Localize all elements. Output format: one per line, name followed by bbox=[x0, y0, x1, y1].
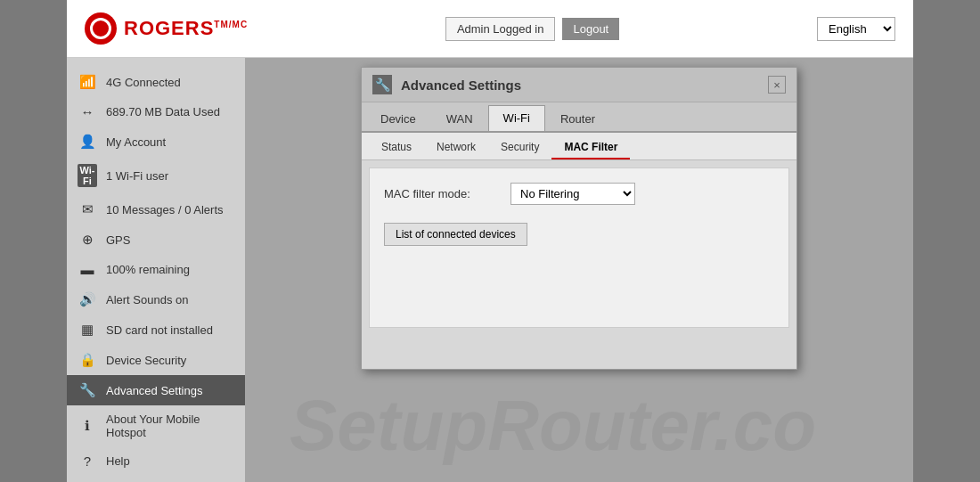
modal-header: 🔧 Advanced Settings × bbox=[362, 68, 796, 102]
sidebar-item-sd-card[interactable]: ▦ SD card not installed bbox=[67, 315, 245, 345]
sidebar-label-messages: 10 Messages / 0 Alerts bbox=[106, 203, 224, 216]
account-icon: 👤 bbox=[78, 134, 97, 150]
info-icon: ℹ bbox=[78, 418, 97, 434]
sidebar-item-advanced-settings[interactable]: 🔧 Advanced Settings bbox=[67, 375, 245, 405]
tab-security[interactable]: Security bbox=[488, 136, 551, 159]
sidebar-item-about[interactable]: ℹ About Your Mobile Hotspot bbox=[67, 405, 245, 446]
logo-icon bbox=[85, 12, 117, 45]
sidebar-item-messages[interactable]: ✉ 10 Messages / 0 Alerts bbox=[67, 194, 245, 225]
sidebar-item-help[interactable]: ? Help bbox=[67, 446, 245, 476]
modal-body: MAC filter mode: No Filtering Whitelist … bbox=[369, 167, 789, 328]
mac-filter-select[interactable]: No Filtering Whitelist Blacklist bbox=[510, 183, 635, 205]
tab-router[interactable]: Router bbox=[545, 106, 610, 131]
body-layout: 📶 4G Connected ↔ 689.70 MB Data Used 👤 M… bbox=[67, 58, 913, 482]
sidebar-item-data-used[interactable]: ↔ 689.70 MB Data Used bbox=[67, 97, 245, 127]
advanced-settings-modal: 🔧 Advanced Settings × Device WAN Wi-Fi R… bbox=[361, 67, 797, 370]
tab-device[interactable]: Device bbox=[365, 106, 431, 131]
header: ROGERSTM/MC Admin Logged in Logout Engli… bbox=[67, 0, 913, 58]
tab-mac-filter[interactable]: MAC Filter bbox=[551, 136, 630, 159]
sidebar-label-device-security: Device Security bbox=[106, 354, 186, 367]
sidebar-label-about: About Your Mobile Hotspot bbox=[106, 413, 234, 439]
sidebar: 📶 4G Connected ↔ 689.70 MB Data Used 👤 M… bbox=[67, 58, 245, 482]
sidebar-item-alert-sounds[interactable]: 🔊 Alert Sounds on bbox=[67, 284, 245, 315]
modal-overlay: 🔧 Advanced Settings × Device WAN Wi-Fi R… bbox=[245, 58, 913, 482]
battery-icon: ▬ bbox=[78, 262, 97, 277]
sidebar-label-battery: 100% remaining bbox=[106, 263, 190, 276]
admin-status: Admin Logged in bbox=[445, 17, 556, 41]
language-select[interactable]: English Français bbox=[817, 17, 895, 41]
data-icon: ↔ bbox=[78, 104, 97, 119]
sidebar-label-alert-sounds: Alert Sounds on bbox=[106, 293, 189, 306]
logout-button[interactable]: Logout bbox=[562, 18, 619, 40]
signal-icon: 📶 bbox=[78, 74, 97, 90]
sidebar-label-data-used: 689.70 MB Data Used bbox=[106, 105, 220, 118]
sidebar-item-gps[interactable]: ⊕ GPS bbox=[67, 225, 245, 255]
main-container: ROGERSTM/MC Admin Logged in Logout Engli… bbox=[67, 0, 913, 482]
header-center: Admin Logged in Logout bbox=[445, 17, 619, 41]
mac-filter-row: MAC filter mode: No Filtering Whitelist … bbox=[384, 183, 774, 205]
connected-devices-button[interactable]: List of connected devices bbox=[384, 223, 527, 246]
modal-header-icon: 🔧 bbox=[372, 75, 392, 94]
wifi-icon: Wi-Fi bbox=[78, 164, 97, 187]
tab-wan[interactable]: WAN bbox=[431, 106, 488, 131]
sidebar-label-gps: GPS bbox=[106, 233, 130, 247]
logo-text: ROGERSTM/MC bbox=[124, 17, 248, 40]
lock-icon: 🔒 bbox=[78, 352, 97, 368]
gps-icon: ⊕ bbox=[78, 232, 97, 248]
tab-network[interactable]: Network bbox=[424, 136, 488, 159]
header-right: English Français bbox=[817, 17, 895, 41]
sidebar-label-sd-card: SD card not installed bbox=[106, 323, 213, 337]
modal-title: Advanced Settings bbox=[401, 78, 759, 93]
sidebar-label-advanced-settings: Advanced Settings bbox=[106, 384, 202, 397]
sidebar-label-connected: 4G Connected bbox=[106, 76, 181, 89]
sidebar-label-help: Help bbox=[106, 454, 130, 468]
sidebar-item-wifi-user[interactable]: Wi-Fi 1 Wi-Fi user bbox=[67, 157, 245, 194]
sidebar-label-account: My Account bbox=[106, 135, 166, 149]
tabs-secondary: Status Network Security MAC Filter bbox=[362, 133, 796, 160]
sidebar-item-battery[interactable]: ▬ 100% remaining bbox=[67, 255, 245, 284]
sidebar-item-connected[interactable]: 📶 4G Connected bbox=[67, 67, 245, 97]
sound-icon: 🔊 bbox=[78, 291, 97, 307]
sidebar-label-wifi-user: 1 Wi-Fi user bbox=[106, 169, 168, 183]
messages-icon: ✉ bbox=[78, 201, 97, 217]
tab-wifi[interactable]: Wi-Fi bbox=[488, 105, 545, 131]
sd-card-icon: ▦ bbox=[78, 322, 97, 338]
logo: ROGERSTM/MC bbox=[85, 12, 248, 45]
settings-icon: 🔧 bbox=[78, 382, 97, 398]
help-icon: ? bbox=[78, 453, 97, 469]
main-content: SetupRouter.co 🔧 Advanced Settings × Dev… bbox=[245, 58, 913, 482]
sidebar-item-account[interactable]: 👤 My Account bbox=[67, 127, 245, 157]
mac-filter-label: MAC filter mode: bbox=[384, 187, 500, 200]
sidebar-item-device-security[interactable]: 🔒 Device Security bbox=[67, 345, 245, 375]
tab-status[interactable]: Status bbox=[369, 136, 424, 159]
modal-close-button[interactable]: × bbox=[768, 76, 786, 94]
tabs-primary: Device WAN Wi-Fi Router bbox=[362, 102, 796, 133]
